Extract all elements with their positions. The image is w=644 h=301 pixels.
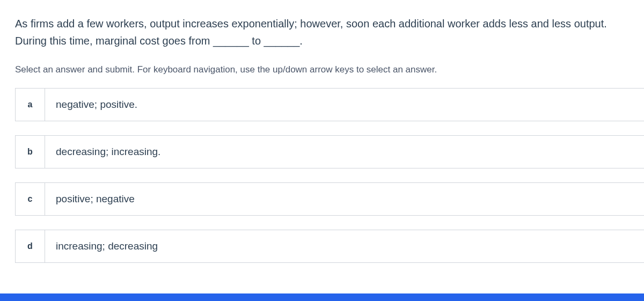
option-a[interactable]: a negative; positive. xyxy=(15,88,644,121)
question-text: As firms add a few workers, output incre… xyxy=(15,15,644,49)
bottom-bar xyxy=(0,293,644,301)
option-text: increasing; decreasing xyxy=(45,230,158,262)
option-b[interactable]: b decreasing; increasing. xyxy=(15,135,644,168)
option-text: decreasing; increasing. xyxy=(45,136,160,168)
option-letter: c xyxy=(15,183,45,215)
option-text: negative; positive. xyxy=(45,89,137,121)
options-list: a negative; positive. b decreasing; incr… xyxy=(15,88,644,263)
option-letter: a xyxy=(15,89,45,121)
option-text: positive; negative xyxy=(45,183,135,215)
instruction-text: Select an answer and submit. For keyboar… xyxy=(15,64,644,75)
option-c[interactable]: c positive; negative xyxy=(15,182,644,216)
option-letter: d xyxy=(15,230,45,262)
option-d[interactable]: d increasing; decreasing xyxy=(15,230,644,263)
option-letter: b xyxy=(15,136,45,168)
